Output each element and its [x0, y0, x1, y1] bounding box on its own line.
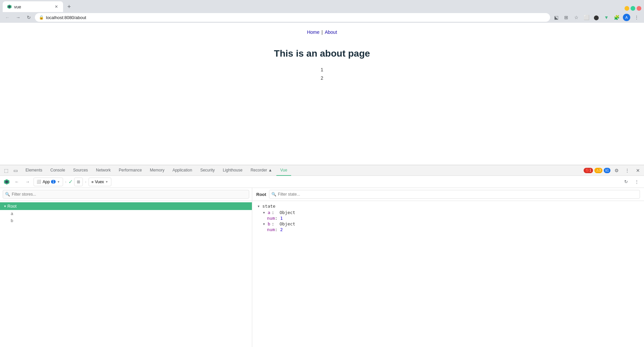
- devtools-tab-vue[interactable]: Vue: [276, 165, 291, 176]
- vuex-label: Vuex: [95, 180, 104, 184]
- devtools-tab-elements[interactable]: Elements: [21, 165, 46, 176]
- devtools-tab-memory[interactable]: Memory: [146, 165, 168, 176]
- vdt-refresh-icon[interactable]: ↻: [621, 177, 631, 187]
- browser-icon[interactable]: ⊞: [561, 13, 571, 22]
- vdt-sep2: ›: [85, 179, 86, 184]
- devtools-panel: ⬚ ▭ Elements Console Sources Network Per…: [0, 165, 644, 347]
- vdt-obj-a-arrow: ▼: [262, 210, 266, 215]
- forward-button[interactable]: →: [13, 13, 23, 22]
- vdt-check-icon[interactable]: ✓: [68, 179, 73, 185]
- vdt-filter-state-input[interactable]: [269, 190, 640, 199]
- vdt-right-title: Root: [256, 192, 266, 197]
- devtools-tab-security[interactable]: Security: [196, 165, 219, 176]
- vdt-right-header: Root 🔍: [252, 188, 644, 201]
- app-dropdown-arrow: ▼: [57, 180, 60, 184]
- info-badge: ℹ 1: [604, 168, 610, 173]
- vdt-obj-b-label[interactable]: ▼ b: Object: [262, 221, 640, 226]
- menu-icon[interactable]: ⋮: [632, 13, 641, 22]
- vdt-b-num-prop: num: 2: [262, 227, 640, 232]
- devtools-tab-console[interactable]: Console: [46, 165, 69, 176]
- page-heading: This is an about page: [0, 48, 644, 59]
- devtools-settings-icon[interactable]: ⚙: [612, 166, 621, 175]
- vdt-grid-button[interactable]: ⊞: [74, 178, 83, 186]
- devtools-tab-recorder[interactable]: Recorder ▲: [247, 165, 276, 176]
- vdt-filter-stores-input[interactable]: [3, 190, 249, 199]
- vdt-child-b[interactable]: b: [8, 217, 252, 224]
- error-badge: 🔴 1: [584, 168, 593, 173]
- vdt-b-num-key: num: [267, 227, 275, 232]
- vdt-sep1: ›: [65, 179, 66, 184]
- devtools-close-icon[interactable]: ✕: [633, 166, 643, 175]
- maximize-button[interactable]: □: [631, 6, 635, 11]
- screenshot-icon[interactable]: ⬜: [582, 13, 591, 22]
- vuex-icon: ≡: [92, 180, 94, 184]
- page-list: 1 2: [0, 66, 644, 82]
- nav-separator: |: [322, 29, 323, 35]
- profile-icon[interactable]: A: [622, 13, 631, 22]
- devtools-tab-performance[interactable]: Performance: [115, 165, 146, 176]
- warning-badge: ⚠ 3: [594, 168, 603, 173]
- list-item: 2: [0, 74, 644, 82]
- circle-icon[interactable]: ⬤: [592, 13, 601, 22]
- new-tab-button[interactable]: +: [64, 2, 74, 11]
- vdt-root-label: Root: [7, 204, 16, 209]
- vdt-left-panel: 🔍 ▼ Root a b: [0, 188, 252, 347]
- vdt-child-a[interactable]: a: [8, 210, 252, 217]
- vdt-a-num-key: num: [267, 216, 275, 221]
- profile-avatar: A: [623, 14, 630, 21]
- vdt-app-button[interactable]: ⬜ App 1 ▼: [34, 178, 63, 186]
- vdt-a-num-prop: num: 1: [262, 216, 640, 221]
- vdt-right-search-icon: 🔍: [271, 192, 276, 197]
- tab-close-button[interactable]: ✕: [54, 4, 59, 9]
- page-navigation: Home | About: [0, 23, 644, 35]
- vdt-right-search: 🔍: [269, 190, 640, 199]
- devtools-inspect-icon[interactable]: ⬚: [1, 166, 11, 175]
- app-badge: 1: [51, 180, 56, 184]
- vdt-root-item[interactable]: ▼ Root: [0, 202, 252, 210]
- browser-tab[interactable]: vue ✕: [3, 1, 63, 12]
- vdt-b-num-val: 2: [280, 227, 283, 232]
- vue-devtools-bar: ← → ⬜ App 1 ▼ › ✓ ⊞ › ≡ Vuex ▼ ↻ ⋮: [0, 176, 644, 188]
- vdt-a-type: Object: [279, 210, 295, 215]
- vdt-search-bar: 🔍: [0, 188, 252, 201]
- about-nav-link[interactable]: About: [325, 29, 337, 35]
- devtools-tab-sources[interactable]: Sources: [69, 165, 92, 176]
- address-bar[interactable]: 🔒 localhost:8080/about: [35, 13, 550, 22]
- home-nav-link[interactable]: Home: [307, 29, 319, 35]
- vue-logo-icon: [3, 178, 11, 186]
- minimize-button[interactable]: −: [625, 6, 629, 11]
- vdt-state-section: ▼ state ▼ a: Object num: 1: [256, 204, 640, 232]
- vdt-state-section-label[interactable]: ▼ state: [256, 204, 640, 209]
- vdt-state-obj-a: ▼ a: Object num: 1: [256, 210, 640, 221]
- close-button[interactable]: ✕: [637, 6, 641, 11]
- devtools-tab-network[interactable]: Network: [92, 165, 115, 176]
- vdt-more-icon[interactable]: ⋮: [632, 177, 641, 187]
- vdt-b-key: b: [268, 221, 270, 226]
- vue-extension-icon[interactable]: ▼: [602, 13, 611, 22]
- address-text: localhost:8080/about: [46, 15, 546, 20]
- back-button[interactable]: ←: [3, 13, 12, 22]
- vdt-back-button[interactable]: ←: [12, 177, 21, 187]
- vdt-right-panel: Root 🔍 ▼ state ▼: [252, 188, 644, 347]
- vdt-root-arrow: ▼: [3, 204, 7, 209]
- app-icon: ⬜: [37, 180, 41, 184]
- vdt-a-num-val: 1: [280, 216, 283, 221]
- vdt-forward-button[interactable]: →: [23, 177, 32, 187]
- star-icon[interactable]: ☆: [572, 13, 581, 22]
- vdt-state-tree: ▼ state ▼ a: Object num: 1: [252, 201, 644, 236]
- devtools-tab-application[interactable]: Application: [168, 165, 196, 176]
- vdt-obj-b-arrow: ▼: [262, 222, 266, 226]
- reload-button[interactable]: ↻: [24, 13, 34, 22]
- puzzle-icon[interactable]: 🧩: [612, 13, 621, 22]
- devtools-device-icon[interactable]: ▭: [11, 166, 20, 175]
- vuex-dropdown-arrow: ▼: [105, 180, 108, 184]
- vdt-vuex-button[interactable]: ≡ Vuex ▼: [89, 178, 111, 186]
- devtools-tab-lighthouse[interactable]: Lighthouse: [219, 165, 247, 176]
- tab-title: vue: [14, 4, 52, 9]
- vue-devtools-content: 🔍 ▼ Root a b Ro: [0, 188, 644, 347]
- vdt-component-tree: ▼ Root a b: [0, 201, 252, 225]
- vdt-obj-a-label[interactable]: ▼ a: Object: [262, 210, 640, 215]
- devtools-more-icon[interactable]: ⋮: [623, 166, 632, 175]
- vdt-state-arrow: ▼: [256, 204, 261, 209]
- cast-icon[interactable]: ⬕: [551, 13, 561, 22]
